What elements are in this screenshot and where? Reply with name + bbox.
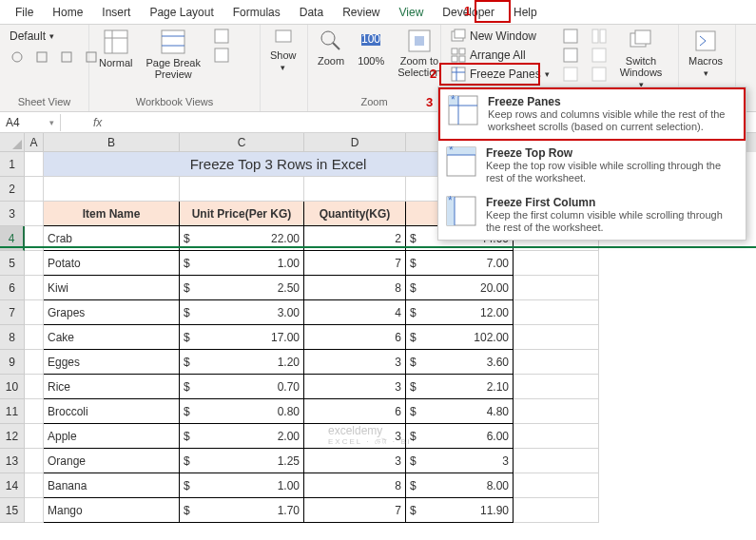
- row-7[interactable]: 7: [0, 300, 25, 325]
- cell-total[interactable]: $20.00: [406, 276, 514, 300]
- cell-name[interactable]: Broccoli: [44, 399, 180, 424]
- syncscroll-icon[interactable]: [588, 46, 611, 65]
- row-6[interactable]: 6: [0, 276, 25, 300]
- row-8[interactable]: 8: [0, 325, 25, 350]
- fx-icon[interactable]: fx: [86, 116, 109, 129]
- row-9[interactable]: 9: [0, 350, 25, 375]
- cell-total[interactable]: $11.90: [406, 498, 514, 523]
- header-item[interactable]: Item Name: [44, 202, 180, 226]
- cell-qty[interactable]: 7: [304, 498, 406, 523]
- cell-qty[interactable]: 3: [304, 424, 406, 449]
- cell-price[interactable]: $3.00: [180, 300, 304, 325]
- cell-qty[interactable]: 4: [304, 300, 406, 325]
- cell-price[interactable]: $2.00: [180, 424, 304, 449]
- cell-name[interactable]: Rice: [44, 375, 180, 399]
- freeze-first-col-option[interactable]: * Freeze First ColumnKeep the first colu…: [438, 190, 746, 240]
- col-D[interactable]: D: [304, 133, 406, 152]
- cell-total[interactable]: $8.00: [406, 473, 514, 498]
- row-12[interactable]: 12: [0, 424, 25, 449]
- customviews-icon[interactable]: [210, 46, 233, 65]
- col-A[interactable]: A: [25, 133, 44, 152]
- cell-name[interactable]: Grapes: [44, 300, 180, 325]
- col-C[interactable]: C: [180, 133, 304, 152]
- row-2[interactable]: 2: [0, 177, 25, 202]
- row-14[interactable]: 14: [0, 473, 25, 498]
- tab-help[interactable]: Help: [504, 3, 547, 24]
- cell-name[interactable]: Mango: [44, 498, 180, 523]
- cell-qty[interactable]: 3: [304, 375, 406, 399]
- cell-qty[interactable]: 3: [304, 449, 406, 473]
- pagebreak-button[interactable]: Page Break Preview: [142, 27, 204, 82]
- cell-price[interactable]: $2.50: [180, 276, 304, 300]
- cell-total[interactable]: $3.60: [406, 350, 514, 375]
- macros-button[interactable]: Macros▾: [685, 27, 727, 80]
- name-box[interactable]: A4▾: [0, 114, 61, 131]
- cell-qty[interactable]: 6: [304, 399, 406, 424]
- tab-home[interactable]: Home: [43, 3, 92, 24]
- sheetview-keep-icon[interactable]: [6, 48, 29, 67]
- freeze-panes-button[interactable]: *Freeze Panes ▾: [447, 65, 553, 84]
- tab-file[interactable]: File: [6, 3, 43, 24]
- cell-total[interactable]: $3: [406, 449, 514, 473]
- tab-formulas[interactable]: Formulas: [223, 3, 290, 24]
- cell-name[interactable]: Cake: [44, 325, 180, 350]
- tab-data[interactable]: Data: [290, 3, 333, 24]
- header-qty[interactable]: Quantity(KG): [304, 202, 406, 226]
- cell-name[interactable]: Orange: [44, 449, 180, 473]
- tab-developer[interactable]: Developer: [433, 3, 504, 24]
- row-11[interactable]: 11: [0, 399, 25, 424]
- sheetview-default[interactable]: Default ▾: [6, 27, 58, 46]
- col-B[interactable]: B: [44, 133, 180, 152]
- cell-total[interactable]: $2.10: [406, 375, 514, 399]
- cell-qty[interactable]: 6: [304, 325, 406, 350]
- cell-name[interactable]: Apple: [44, 424, 180, 449]
- zoom-button[interactable]: Zoom: [314, 27, 348, 68]
- cell-qty[interactable]: 8: [304, 276, 406, 300]
- resetpos-icon[interactable]: [588, 65, 611, 84]
- switch-windows-button[interactable]: Switch Windows▾: [616, 27, 667, 91]
- select-all[interactable]: [0, 133, 25, 152]
- unhide-icon[interactable]: [559, 65, 582, 84]
- cell-total[interactable]: $102.00: [406, 325, 514, 350]
- tab-review[interactable]: Review: [333, 3, 389, 24]
- row-10[interactable]: 10: [0, 375, 25, 399]
- sheetview-new-icon[interactable]: [55, 48, 78, 67]
- cell-name[interactable]: Banana: [44, 473, 180, 498]
- row-3[interactable]: 3: [0, 202, 25, 226]
- pagelayout-icon[interactable]: [210, 27, 233, 46]
- cell-total[interactable]: $6.00: [406, 424, 514, 449]
- header-price[interactable]: Unit Price(Per KG): [180, 202, 304, 226]
- tab-view[interactable]: View: [390, 3, 434, 24]
- cell-price[interactable]: $1.20: [180, 350, 304, 375]
- show-button[interactable]: Show▾: [266, 27, 300, 74]
- cell-price[interactable]: $17.00: [180, 325, 304, 350]
- cell-name[interactable]: Potato: [44, 251, 180, 276]
- hide-icon[interactable]: [559, 46, 582, 65]
- cell-price[interactable]: $0.80: [180, 399, 304, 424]
- cell-price[interactable]: $1.70: [180, 498, 304, 523]
- row-13[interactable]: 13: [0, 449, 25, 473]
- normal-view-button[interactable]: Normal: [95, 27, 136, 70]
- cell-price[interactable]: $1.25: [180, 449, 304, 473]
- arrange-all-button[interactable]: Arrange All: [447, 46, 553, 65]
- row-1[interactable]: 1: [0, 152, 25, 177]
- cell-total[interactable]: $7.00: [406, 251, 514, 276]
- cell-price[interactable]: $1.00: [180, 251, 304, 276]
- zoom-selection-button[interactable]: Zoom to Selection: [394, 27, 444, 80]
- freeze-top-row-option[interactable]: * Freeze Top RowKeep the top row visible…: [438, 141, 746, 190]
- row-5[interactable]: 5: [0, 251, 25, 276]
- cell-name[interactable]: Egges: [44, 350, 180, 375]
- cell-name[interactable]: Kiwi: [44, 276, 180, 300]
- cell-price[interactable]: $1.00: [180, 473, 304, 498]
- tab-pagelayout[interactable]: Page Layout: [140, 3, 223, 24]
- new-window-button[interactable]: New Window: [447, 27, 553, 46]
- cell-qty[interactable]: 8: [304, 473, 406, 498]
- row-15[interactable]: 15: [0, 498, 25, 523]
- cell-total[interactable]: $4.80: [406, 399, 514, 424]
- zoom-100-button[interactable]: 100 100%: [354, 27, 388, 68]
- tab-insert[interactable]: Insert: [92, 3, 140, 24]
- sheetview-exit-icon[interactable]: [30, 48, 53, 67]
- freeze-panes-option[interactable]: * Freeze PanesKeep rows and columns visi…: [438, 87, 746, 141]
- cell-qty[interactable]: 7: [304, 251, 406, 276]
- split-icon[interactable]: [559, 27, 582, 46]
